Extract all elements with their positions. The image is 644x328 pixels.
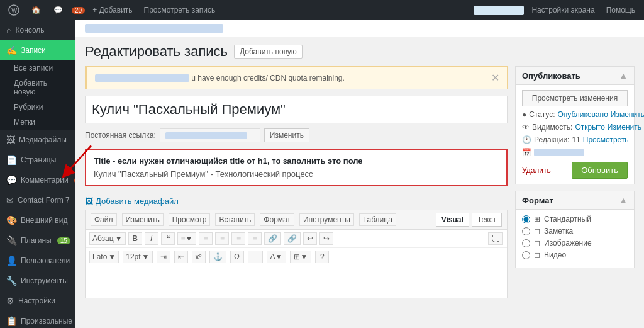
publish-widget-toggle[interactable]: ▲ <box>619 71 628 81</box>
editor-text-tab[interactable]: Текст <box>472 213 502 227</box>
undo-button[interactable]: ↩ <box>303 232 317 245</box>
paragraph-dropdown[interactable]: Абзац ▼ <box>89 232 126 245</box>
permalink-edit-button[interactable]: Изменить <box>264 128 309 142</box>
sidebar-item-pages[interactable]: 📄 Страницы <box>0 150 75 170</box>
table-insert-btn[interactable]: ⊞▼ <box>290 251 311 263</box>
status-edit-link[interactable]: Изменить <box>611 110 644 119</box>
format-widget-toggle[interactable]: ▲ <box>619 195 628 205</box>
sidebar-item-comments[interactable]: 💬 Комментарии 574 <box>0 170 75 190</box>
format-image-radio[interactable] <box>522 239 530 247</box>
italic-button[interactable]: I <box>145 232 158 245</box>
sidebar-sub-categories[interactable]: Рубрики <box>0 99 75 115</box>
sidebar-item-users[interactable]: 👤 Пользователи <box>0 251 75 271</box>
outdent-btn[interactable]: ⇤ <box>174 251 188 263</box>
list-dropdown-button[interactable]: ≡▼ <box>177 232 197 245</box>
sidebar-item-settings[interactable]: ⚙ Настройки <box>0 291 75 311</box>
add-media-button[interactable]: 🖼 Добавить медиафайл <box>85 193 179 210</box>
permalink-label: Постоянная ссылка: <box>85 131 156 140</box>
admin-bar-view-post[interactable]: Просмотреть запись <box>140 6 219 14</box>
sidebar-item-plugins-label: Плагины <box>21 236 52 245</box>
fullscreen-button[interactable]: ⛶ <box>488 232 503 245</box>
sidebar-sub-add-new[interactable]: Добавить новую <box>0 76 75 99</box>
sidebar-item-custom-fields[interactable]: 📋 Произвольные поля <box>0 311 75 328</box>
publish-actions: Удалить Обновить <box>522 162 628 179</box>
sidebar-sub-all-posts[interactable]: Все записи <box>0 60 75 76</box>
font-color-btn[interactable]: A▼ <box>267 251 287 263</box>
sidebar-item-posts[interactable]: ✍ Записи <box>0 40 75 60</box>
editor-toolbar-formatting: Абзац ▼ B I ❝ ≡▼ ≡ ≡ ≡ ≡ 🔗 � <box>86 230 507 248</box>
redo-button[interactable]: ↪ <box>319 232 333 245</box>
format-standard-label: Стандартный <box>544 215 591 223</box>
editor-edit-btn[interactable]: Изменить <box>122 213 164 226</box>
post-title-input[interactable] <box>85 96 508 123</box>
format-video-radio[interactable] <box>522 251 530 259</box>
add-new-post-button[interactable]: Добавить новую <box>234 45 303 59</box>
align-center-button[interactable]: ≡ <box>215 232 229 245</box>
sidebar-item-users-label: Пользователи <box>21 256 70 265</box>
admin-bar-comments-icon[interactable]: 💬 <box>50 6 67 14</box>
editor-view-btn[interactable]: Просмотр <box>169 213 211 226</box>
sidebar-item-comments-label: Комментарии <box>21 176 69 184</box>
format-note-radio[interactable] <box>522 227 530 235</box>
special-chars-btn[interactable]: Ω <box>230 251 244 263</box>
preview-changes-button[interactable]: Просмотреть изменения <box>522 90 628 106</box>
align-justify-button[interactable]: ≡ <box>248 232 262 245</box>
publish-date-blurred <box>534 149 584 156</box>
sidebar-item-plugins[interactable]: 🔌 Плагины 15 <box>0 230 75 251</box>
notification-blurred <box>95 74 189 82</box>
admin-bar-settings-screen[interactable]: Настройки экрана <box>528 6 598 14</box>
bold-button[interactable]: B <box>128 232 142 245</box>
sidebar-item-appearance[interactable]: 🎨 Внешний вид <box>0 210 75 230</box>
align-left-button[interactable]: ≡ <box>199 232 213 245</box>
sidebar-item-contact-form-7[interactable]: ✉ Contact Form 7 <box>0 190 75 210</box>
editor-file-btn[interactable]: Файл <box>91 213 117 226</box>
update-button[interactable]: Обновить <box>572 162 628 179</box>
font-dropdown-label: Lato <box>92 252 107 261</box>
unlink-button[interactable]: 🔗 <box>284 232 301 245</box>
sidebar-sub-tags[interactable]: Метки <box>0 115 75 130</box>
visibility-edit-link[interactable]: Изменить <box>608 123 641 132</box>
sidebar-item-console[interactable]: ⌂ Консоль <box>0 20 75 40</box>
editor-table-btn[interactable]: Таблица <box>359 213 396 226</box>
link-button[interactable]: 🔗 <box>264 232 281 245</box>
editor-insert-btn[interactable]: Вставить <box>215 213 255 226</box>
format-widget-title: Формат <box>522 196 553 205</box>
admin-bar-help[interactable]: Помощь <box>602 6 639 14</box>
size-dropdown[interactable]: 12pt ▼ <box>123 251 152 263</box>
sidebar-item-media[interactable]: 🖼 Медиафайлы <box>0 130 75 150</box>
wp-logo[interactable]: W <box>5 1 23 19</box>
admin-bar-site[interactable]: 🏠 <box>28 6 45 14</box>
help-btn[interactable]: ? <box>315 251 329 263</box>
publish-widget-header: Опубликовать ▲ <box>516 67 634 85</box>
format-standard-radio[interactable] <box>522 215 530 223</box>
meta-title-input[interactable] <box>94 169 499 179</box>
delete-post-link[interactable]: Удалить <box>522 166 551 175</box>
align-right-button[interactable]: ≡ <box>231 232 245 245</box>
visibility-icon: 👁 <box>522 123 530 132</box>
blockquote-button[interactable]: ❝ <box>161 232 175 245</box>
revisions-link[interactable]: Просмотреть <box>583 135 629 144</box>
format-standard: ⊞ Стандартный <box>522 215 628 223</box>
superscript-btn[interactable]: x² <box>192 251 206 263</box>
contact-form-icon: ✉ <box>6 195 14 205</box>
format-note-label: Заметка <box>544 227 573 235</box>
editor-tools-btn[interactable]: Инструменты <box>299 213 354 226</box>
revisions-icon: 🕐 <box>522 135 531 144</box>
hr-btn[interactable]: — <box>248 251 263 263</box>
admin-bar-add-btn[interactable]: + Добавить <box>90 6 135 14</box>
anchor-btn[interactable]: ⚓ <box>209 251 226 263</box>
sidebar-item-contact-form-label: Contact Form 7 <box>18 196 70 205</box>
sidebar-item-tools[interactable]: 🔧 Инструменты <box>0 271 75 291</box>
page-title: Редактировать запись <box>85 43 228 60</box>
editor-visual-tab[interactable]: Visual <box>436 213 469 227</box>
editor-body[interactable] <box>86 266 507 298</box>
settings-icon: ⚙ <box>6 296 14 306</box>
notification-close-icon[interactable]: ✕ <box>491 72 499 84</box>
format-image: ◻ Изображение <box>522 239 628 247</box>
plugins-icon: 🔌 <box>6 235 17 246</box>
visibility-value[interactable]: Открыто <box>575 123 604 132</box>
font-dropdown[interactable]: Lato ▼ <box>89 251 119 263</box>
editor-format-btn[interactable]: Формат <box>260 213 294 226</box>
format-image-label: Изображение <box>544 239 592 247</box>
indent-btn[interactable]: ⇥ <box>157 251 170 263</box>
